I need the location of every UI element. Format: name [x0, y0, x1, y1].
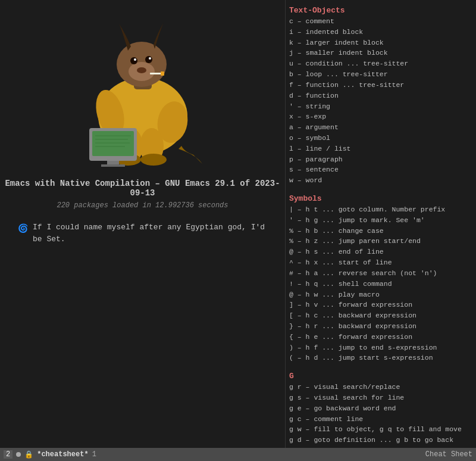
item-line: c – comment — [289, 16, 471, 27]
buffer-number: 2 — [4, 450, 12, 459]
item-line: w – word — [289, 175, 471, 186]
item-line: i – indented block — [289, 27, 471, 38]
item-line: o – symbol — [289, 133, 471, 144]
svg-point-7 — [140, 154, 167, 166]
lock-icon: 🔒 — [24, 450, 33, 459]
item-line: g e – go backward word end — [289, 403, 471, 414]
svg-point-11 — [130, 57, 137, 64]
item-line: b – loop ... tree-sitter — [289, 69, 471, 80]
svg-rect-25 — [101, 164, 125, 167]
status-bar: 2 🔒 *cheatsheet* 1 Cheat Sheet — [0, 448, 476, 461]
emacs-title: Emacs with Native Compilation – GNU Emac… — [0, 179, 285, 198]
item-line: x – s-exp — [289, 111, 471, 122]
item-line: g d – goto definition ... g b to go back — [289, 435, 471, 446]
item-line: a – argument — [289, 122, 471, 133]
item-line: } – h r ... backward expression — [289, 321, 471, 332]
item-line: k – larger indent block — [289, 38, 471, 48]
buffer-name: *cheatsheet* — [37, 450, 88, 459]
item-line: @ – h w ... play macro — [289, 289, 471, 300]
item-line: j – smaller indent block — [289, 48, 471, 58]
packages-info: 220 packages loaded in 12.992736 seconds — [57, 201, 228, 210]
item-line: ] – h v ... forward expression — [289, 300, 471, 310]
fortune-text: If I could name myself after any Egyptia… — [33, 222, 267, 245]
item-line: ' – h g ... jump to mark. See 'm' — [289, 215, 471, 226]
svg-rect-17 — [161, 71, 164, 76]
section-title-2: G — [289, 372, 471, 381]
svg-rect-16 — [150, 73, 162, 74]
item-line: u – condition ... tree-sitter — [289, 58, 471, 69]
item-line: l – line / list — [289, 144, 471, 154]
item-line: % – h z ... jump paren start/end — [289, 236, 471, 247]
item-line: g r – visual search/replace — [289, 382, 471, 393]
fortune-icon: 🌀 — [18, 223, 28, 235]
svg-point-15 — [137, 67, 146, 73]
item-line: f – function ... tree-sitter — [289, 80, 471, 91]
gnu-mascot — [54, 12, 232, 167]
cheat-sheet-label: Cheat Sheet — [425, 450, 472, 459]
item-line: % – h b ... change case — [289, 226, 471, 236]
svg-point-14 — [149, 57, 151, 60]
item-line: g w – fill to object, g q to fill and mo… — [289, 424, 471, 435]
item-line: { – h e ... forward expression — [289, 332, 471, 342]
item-line: | – h t ... goto column. Number prefix — [289, 204, 471, 215]
fortune-line: 🌀 If I could name myself after any Egypt… — [0, 222, 285, 245]
item-line: @ – h s ... end of line — [289, 247, 471, 257]
left-panel: Emacs with Native Compilation – GNU Emac… — [0, 0, 286, 461]
right-panel[interactable]: Text-Objectsc – commenti – indented bloc… — [286, 0, 476, 461]
section-title-0: Text-Objects — [289, 6, 471, 15]
item-line: p – paragraph — [289, 154, 471, 165]
item-line: g c – comment line — [289, 414, 471, 425]
item-line: [ – h c ... backward expression — [289, 310, 471, 321]
buffer-num2: 1 — [92, 450, 96, 459]
item-line: ^ – h x ... start of line — [289, 257, 471, 268]
svg-point-13 — [134, 58, 136, 61]
item-line: ' – string — [289, 101, 471, 112]
item-line: ) – h f ... jump to end s-expression — [289, 342, 471, 353]
item-line: # – h a ... reverse search (not 'n') — [289, 268, 471, 279]
item-line: ( – h d ... jump start s-expression — [289, 353, 471, 363]
item-line: s – sentence — [289, 164, 471, 175]
item-line: ! – h q ... shell command — [289, 279, 471, 289]
item-line: d – function — [289, 91, 471, 101]
status-dot — [16, 452, 21, 457]
svg-point-12 — [145, 56, 152, 63]
item-line: g s – visual search for line — [289, 393, 471, 403]
section-title-1: Symbols — [289, 194, 471, 203]
svg-rect-19 — [92, 131, 134, 156]
